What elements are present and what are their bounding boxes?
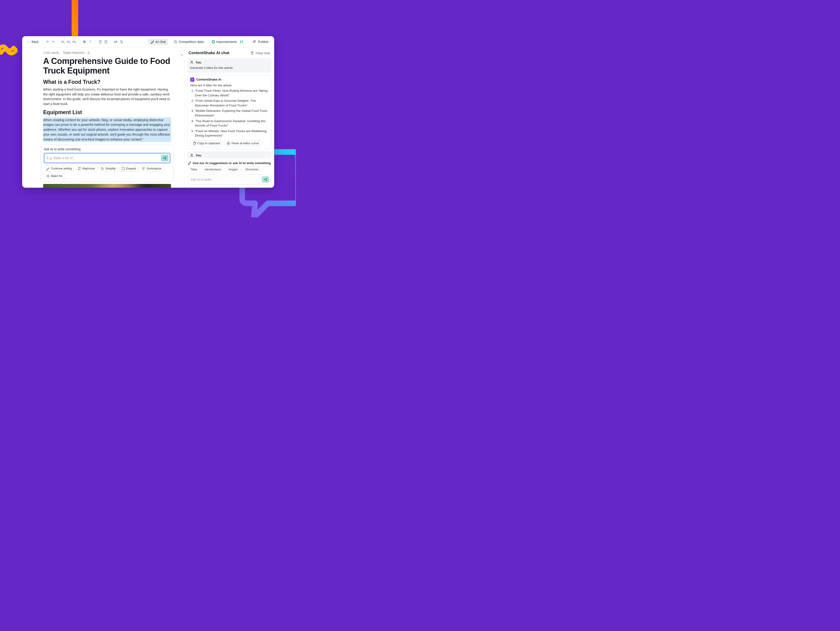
paste-cursor-button[interactable]: Paste at editor cursor bbox=[224, 140, 262, 146]
target-kw-label: Target Keywords bbox=[63, 51, 84, 54]
suggest-chip-titles[interactable]: Titles bbox=[188, 167, 200, 172]
chat-title: ContentShake AI chat bbox=[188, 51, 229, 55]
ai-intro-text: Here are 5 titles for the article: bbox=[190, 83, 268, 88]
heading1-button[interactable]: H1 bbox=[61, 39, 66, 44]
decoration-orange-bar bbox=[72, 0, 78, 36]
separator bbox=[126, 40, 126, 44]
contentshake-icon bbox=[190, 77, 194, 82]
refresh-icon bbox=[77, 167, 81, 171]
user-label: You bbox=[196, 153, 201, 157]
suggest-chip-introductions[interactable]: Introductions bbox=[202, 167, 224, 172]
chat-footer: Use our AI suggestions or ask AI to writ… bbox=[184, 160, 274, 188]
svg-point-10 bbox=[191, 154, 193, 155]
ai-title-item: "The Road to Gastronomic Paradise: Unvei… bbox=[195, 119, 268, 128]
plus-circle-icon bbox=[227, 141, 230, 145]
user-label: You bbox=[196, 61, 201, 64]
svg-point-2 bbox=[104, 43, 105, 43]
back-arrow-icon: ← bbox=[27, 40, 30, 44]
trash-icon bbox=[250, 51, 254, 55]
improvements-label: Improvements bbox=[216, 40, 237, 44]
sparkle-pen-icon bbox=[150, 40, 154, 44]
paragraph-intro[interactable]: When starting a food truck business, it'… bbox=[43, 87, 171, 106]
svg-point-5 bbox=[46, 176, 47, 176]
send-icon bbox=[264, 178, 267, 181]
user-icon bbox=[190, 60, 194, 64]
back-button[interactable]: ← Back bbox=[25, 39, 40, 44]
chip-label: Summarize bbox=[147, 167, 161, 170]
clear-chat-button[interactable]: Clear chat bbox=[250, 51, 270, 55]
chat-send-button[interactable] bbox=[262, 176, 269, 183]
separator bbox=[95, 40, 95, 44]
redo-button[interactable]: ↷ bbox=[51, 39, 56, 44]
user-message-text: Generate 5 titles for this article bbox=[190, 66, 268, 70]
meta-row: 1,021 words Target Keywords 4 bbox=[43, 51, 171, 55]
ordered-list-button[interactable] bbox=[98, 39, 103, 44]
bold-button[interactable]: B bbox=[82, 39, 87, 44]
word-count: 1,021 words bbox=[43, 51, 59, 54]
document-title[interactable]: A Comprehensive Guide to Food Truck Equi… bbox=[43, 56, 171, 76]
collapse-chat-button[interactable]: » bbox=[179, 51, 184, 59]
chip-rephrase[interactable]: Rephrase bbox=[75, 166, 97, 172]
target-keywords[interactable]: Target Keywords 4 bbox=[63, 51, 90, 55]
sparkle-pen-icon bbox=[188, 161, 191, 165]
publish-button[interactable]: Publish bbox=[250, 38, 271, 45]
article-image-food-truck[interactable] bbox=[43, 184, 171, 188]
chip-expand[interactable]: Expand bbox=[119, 166, 138, 172]
decoration-yellow-bolt bbox=[0, 41, 17, 62]
unordered-list-button[interactable] bbox=[103, 39, 108, 44]
chat-scroll[interactable]: You Generate 5 titles for this article C… bbox=[184, 58, 274, 160]
heading-equipment-list[interactable]: Equipment List bbox=[43, 109, 171, 115]
ai-title-item: "Food Truck Fever: How Rolling Kitchens … bbox=[195, 89, 268, 98]
app-window: ← Back ↶ ↷ H1 H2 H3 B I bbox=[22, 36, 274, 188]
improvements-button[interactable]: Improvements 17 bbox=[209, 38, 247, 45]
ai-chat-label: AI chat bbox=[156, 40, 166, 44]
heading2-button[interactable]: H2 bbox=[66, 39, 71, 44]
svg-point-3 bbox=[174, 40, 177, 43]
chip-simplify[interactable]: Simplify bbox=[98, 166, 118, 172]
heading-what-is[interactable]: What is a Food Truck? bbox=[43, 79, 171, 85]
svg-point-4 bbox=[46, 175, 47, 175]
italic-button[interactable]: I bbox=[87, 39, 93, 44]
ai-title-item: "Food on Wheels: How Food Trucks are Red… bbox=[195, 129, 268, 138]
svg-point-7 bbox=[191, 61, 193, 62]
competitors-button[interactable]: Competitors data bbox=[171, 38, 206, 45]
inline-ai-input[interactable] bbox=[47, 156, 161, 160]
ai-title-list: "Food Truck Fever: How Rolling Kitchens … bbox=[190, 89, 268, 138]
copy-clipboard-button[interactable]: Copy to clipboard bbox=[190, 140, 223, 146]
suggest-chip-images[interactable]: Images bbox=[226, 167, 241, 172]
inline-ai-send-button[interactable] bbox=[161, 155, 169, 161]
editor-pane: 1,021 words Target Keywords 4 A Comprehe… bbox=[22, 47, 184, 188]
separator bbox=[58, 40, 58, 44]
inline-ai-chips: Continue writing Rephrase Simplify Expan… bbox=[44, 166, 171, 179]
chevron-right-icon: » bbox=[181, 53, 183, 57]
pencil-icon bbox=[46, 167, 50, 171]
chip-label: Continue writing bbox=[51, 167, 72, 170]
inline-ai-label: Ask AI to write something bbox=[44, 147, 171, 151]
send-icon bbox=[163, 156, 167, 160]
chip-label: Rephrase bbox=[82, 167, 95, 170]
paragraph-selected[interactable]: When creating content for your website, … bbox=[43, 117, 171, 142]
improvements-count: 17 bbox=[238, 40, 245, 44]
chip-continue-writing[interactable]: Continue writing bbox=[44, 166, 74, 172]
chip-label: Expand bbox=[126, 167, 136, 170]
link-button[interactable] bbox=[113, 39, 118, 44]
ai-chat-toggle[interactable]: AI chat bbox=[148, 38, 168, 45]
suggest-hint: Use our AI suggestions or ask AI to writ… bbox=[193, 161, 271, 165]
undo-button[interactable]: ↶ bbox=[45, 39, 50, 44]
paste-label: Paste at editor cursor bbox=[232, 142, 259, 145]
summarize-icon bbox=[142, 167, 145, 171]
suggest-chip-structures[interactable]: Structures bbox=[242, 167, 261, 172]
clear-format-button[interactable] bbox=[119, 39, 124, 44]
improvements-icon bbox=[212, 40, 215, 43]
heading3-button[interactable]: H3 bbox=[72, 39, 77, 44]
chat-message-user: You bbox=[187, 151, 272, 158]
inline-ai-panel: Ask AI to write something Continue writi… bbox=[41, 145, 174, 182]
separator bbox=[79, 40, 80, 44]
toolbar: ← Back ↶ ↷ H1 H2 H3 B I bbox=[22, 36, 274, 47]
clear-chat-label: Clear chat bbox=[256, 51, 270, 55]
list-icon bbox=[46, 174, 50, 178]
chat-input[interactable] bbox=[191, 178, 262, 181]
chip-summarize[interactable]: Summarize bbox=[139, 166, 163, 172]
chat-message-user: You Generate 5 titles for this article bbox=[187, 58, 272, 73]
chip-make-list[interactable]: Make list bbox=[44, 173, 65, 179]
